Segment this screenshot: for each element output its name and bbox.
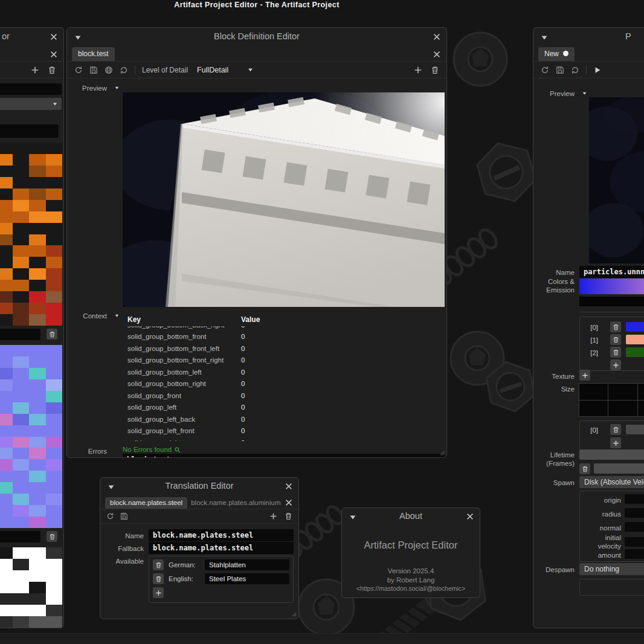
- texture-fire-preview[interactable]: [0, 143, 62, 326]
- tab-new[interactable]: New: [538, 47, 575, 61]
- add-language-button[interactable]: [153, 587, 164, 598]
- initial-velocity-field[interactable]: [625, 537, 644, 547]
- size-cell[interactable]: [638, 384, 644, 400]
- size-cell[interactable]: [579, 384, 608, 400]
- block-name-field[interactable]: block.test: [123, 454, 445, 458]
- add-texture-button[interactable]: [579, 370, 590, 381]
- size-cell[interactable]: [638, 401, 644, 417]
- add-icon[interactable]: [31, 66, 39, 74]
- table-row[interactable]: solid_group_front0: [123, 390, 445, 402]
- play-icon[interactable]: [593, 66, 602, 74]
- text-field[interactable]: [0, 83, 62, 95]
- text-field[interactable]: [0, 124, 59, 138]
- table-row[interactable]: solid_group_left_back0: [123, 413, 445, 425]
- window-titlebar[interactable]: About: [342, 508, 480, 525]
- close-tab-icon[interactable]: [433, 50, 441, 59]
- amount-field[interactable]: [625, 549, 644, 559]
- translation-name-field[interactable]: block.name.plates.steel: [149, 529, 294, 541]
- translation-fallback-field[interactable]: block.name.plates.steel: [149, 542, 294, 554]
- table-row[interactable]: solid_group_right0: [123, 437, 445, 441]
- delete-language-button[interactable]: [153, 573, 164, 584]
- add-color-button[interactable]: [610, 359, 621, 370]
- german-translation-field[interactable]: Stahlplatten: [205, 559, 289, 570]
- globe-icon[interactable]: [105, 66, 113, 74]
- table-row[interactable]: solid_group_left0: [123, 402, 445, 414]
- close-tab-icon[interactable]: [50, 50, 58, 59]
- add-icon[interactable]: [414, 66, 422, 74]
- add-size-button[interactable]: [610, 437, 621, 448]
- table-row[interactable]: solid_group_bottom_right0: [123, 378, 445, 390]
- window-titlebar[interactable]: Translation Editor: [100, 478, 298, 495]
- size-cell[interactable]: [608, 384, 637, 400]
- window-titlebar[interactable]: Block Definition Editor: [67, 28, 446, 46]
- spawn-dropdown[interactable]: Disk (Absolute Veloc: [579, 476, 644, 488]
- emission-bar[interactable]: [579, 297, 644, 306]
- tab-block-test[interactable]: block.test: [72, 47, 115, 61]
- chevron-down-icon[interactable]: [247, 66, 254, 73]
- collapse-section-icon[interactable]: [582, 91, 587, 96]
- tab-aluminium[interactable]: block.name.plates.aluminium: [187, 497, 284, 509]
- collapse-section-icon[interactable]: [114, 313, 120, 318]
- size-cell[interactable]: [579, 401, 608, 417]
- search-icon[interactable]: [174, 446, 181, 453]
- reload-icon[interactable]: [571, 66, 579, 74]
- table-row[interactable]: solid_group_bottom_front_left0: [123, 343, 445, 355]
- block-3d-preview[interactable]: [123, 92, 445, 307]
- delete-lifetime-button[interactable]: [579, 463, 590, 474]
- lifetime-bar[interactable]: [579, 449, 644, 460]
- delete-button[interactable]: [47, 531, 57, 542]
- table-row[interactable]: solid_group_bottom_front0: [123, 331, 445, 343]
- delete-button[interactable]: [47, 329, 57, 340]
- text-field[interactable]: [0, 531, 40, 543]
- table-row[interactable]: solid_group_bottom_left0: [123, 366, 445, 378]
- save-icon[interactable]: [120, 512, 128, 520]
- delete-size-button[interactable]: [610, 424, 621, 435]
- collapse-section-icon[interactable]: [114, 85, 120, 91]
- text-field[interactable]: [0, 329, 40, 340]
- collapse-icon[interactable]: [540, 33, 549, 42]
- normal-field[interactable]: [625, 522, 644, 532]
- size-value-field[interactable]: [626, 425, 644, 434]
- window-titlebar[interactable]: or: [0, 28, 63, 46]
- texture-bw-preview[interactable]: [0, 547, 62, 628]
- delete-color-button[interactable]: [610, 321, 621, 332]
- size-cell[interactable]: [608, 401, 637, 417]
- radius-field[interactable]: [625, 508, 644, 518]
- lifetime-bar-2[interactable]: [594, 463, 644, 474]
- tab-steel[interactable]: block.name.plates.steel: [105, 497, 187, 509]
- delete-icon[interactable]: [285, 512, 292, 520]
- resize-grip-icon[interactable]: [55, 619, 62, 626]
- delete-color-button[interactable]: [610, 347, 621, 358]
- save-icon[interactable]: [89, 66, 98, 74]
- texture-normalmap-preview[interactable]: [0, 345, 62, 528]
- lod-value[interactable]: FullDetail: [197, 66, 228, 74]
- table-row[interactable]: solid_group_left_front0: [123, 425, 445, 437]
- save-icon[interactable]: [556, 66, 564, 74]
- despawn-dropdown[interactable]: Do nothing: [579, 563, 644, 575]
- color-swatch[interactable]: [626, 347, 644, 357]
- size-grid[interactable]: [579, 383, 644, 417]
- color-swatch[interactable]: [626, 322, 644, 332]
- color-swatch[interactable]: [626, 335, 644, 344]
- resize-grip-icon[interactable]: [290, 610, 297, 617]
- close-icon[interactable]: [285, 482, 293, 491]
- delete-icon[interactable]: [431, 66, 439, 74]
- close-icon[interactable]: [433, 33, 441, 41]
- close-icon[interactable]: [466, 512, 474, 521]
- resize-grip-icon[interactable]: [438, 449, 445, 456]
- add-icon[interactable]: [269, 512, 277, 520]
- refresh-icon[interactable]: [74, 66, 83, 74]
- refresh-icon[interactable]: [106, 512, 114, 520]
- close-icon[interactable]: [50, 33, 58, 41]
- refresh-icon[interactable]: [541, 66, 549, 74]
- table-row[interactable]: solid_group_bottom_front_right0: [123, 355, 445, 367]
- particle-preview[interactable]: [589, 97, 644, 263]
- particle-name-field[interactable]: particles.unnna: [579, 266, 644, 278]
- reload-icon[interactable]: [120, 66, 128, 74]
- dropdown[interactable]: [0, 98, 62, 110]
- delete-language-button[interactable]: [153, 559, 164, 570]
- color-gradient-bar[interactable]: [579, 279, 644, 294]
- origin-field[interactable]: [625, 494, 644, 504]
- english-translation-field[interactable]: Steel Plates: [205, 573, 289, 584]
- delete-color-button[interactable]: [610, 334, 621, 345]
